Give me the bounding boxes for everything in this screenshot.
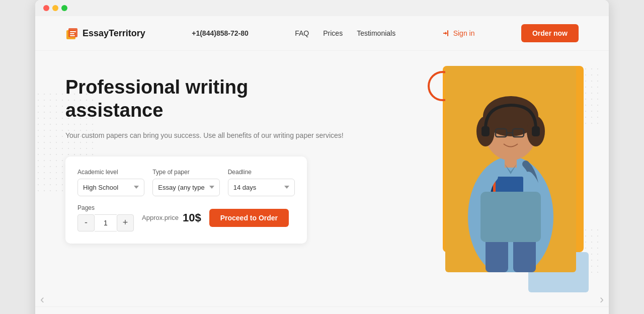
navbar: EssayTerritory +1(844)858-72-80 FAQ Pric… [35,16,609,51]
nav-link-testimonials[interactable]: Testimonials [357,29,395,37]
dot-yellow [52,5,58,11]
deadline-select[interactable]: 14 days 10 days 7 days 3 days 1 day [228,179,295,196]
svg-rect-4 [70,35,75,36]
nav-link-faq[interactable]: FAQ [295,29,309,37]
nav-links: FAQ Prices Testimonials [295,29,395,37]
order-now-button[interactable]: Order now [521,24,579,42]
paper-type-label: Type of paper [152,169,219,176]
logo-icon [65,26,79,40]
student-illustration [445,66,576,272]
pages-row: Pages - 1 + Approx.price 10$ Proceed to … [77,204,295,231]
deadline-group: Deadline 14 days 10 days 7 days 3 days 1… [228,169,295,196]
dot-red [43,5,49,11]
svg-rect-25 [480,192,541,242]
deadline-label: Deadline [228,169,295,176]
svg-rect-15 [505,156,517,168]
svg-rect-24 [513,237,536,272]
logo[interactable]: EssayTerritory [65,26,145,40]
pages-increment-button[interactable]: + [117,214,134,231]
scroll-left-arrow[interactable]: ‹ [40,292,44,306]
pages-group: Pages - 1 + [77,204,134,231]
form-row-selects: Academic level High School Undergraduate… [77,169,295,196]
scroll-hints: ‹ › [35,292,609,306]
sign-in-button[interactable]: Sign in [442,29,475,37]
svg-rect-18 [532,126,540,136]
hero-section: Professional writing assistance Your cus… [35,51,609,292]
pages-decrement-button[interactable]: - [77,214,95,231]
signin-icon [442,29,450,37]
pages-label: Pages [77,204,134,211]
hero-content: Professional writing assistance Your cus… [65,76,347,262]
proceed-to-order-button[interactable]: Proceed to Order [209,209,289,227]
svg-rect-5 [447,30,448,36]
browser-bar [35,0,609,16]
hero-title: Professional writing assistance [65,76,347,122]
scroll-right-arrow[interactable]: › [600,292,604,306]
academic-level-select[interactable]: High School Undergraduate Bachelor Maste… [77,179,144,196]
price-value: 10$ [183,211,201,224]
order-form: Academic level High School Undergraduate… [65,156,307,244]
academic-level-group: Academic level High School Undergraduate… [77,169,144,196]
student-figure [443,61,579,272]
svg-rect-2 [70,31,76,32]
pages-value: 1 [95,214,117,231]
nav-phone[interactable]: +1(844)858-72-80 [192,29,248,37]
dot-green [61,5,67,11]
pages-control: - 1 + [77,214,134,231]
svg-rect-3 [70,33,74,34]
logo-text: EssayTerritory [83,28,145,39]
paper-type-group: Type of paper Essay (any type) Research … [152,169,219,196]
browser-window: EssayTerritory +1(844)858-72-80 FAQ Pric… [35,0,609,314]
nav-link-prices[interactable]: Prices [323,29,343,37]
paper-type-select[interactable]: Essay (any type) Research Paper Term Pap… [152,179,219,196]
our-services-preview: Our services [35,306,609,314]
approx-price-group: Approx.price 10$ [142,211,201,224]
hero-image-area [423,51,584,292]
svg-rect-23 [486,237,508,272]
academic-level-label: Academic level [77,169,144,176]
svg-rect-17 [481,126,490,136]
approx-price-label: Approx.price [142,214,179,221]
hero-subtitle: Your custom papers can bring you success… [65,130,347,141]
